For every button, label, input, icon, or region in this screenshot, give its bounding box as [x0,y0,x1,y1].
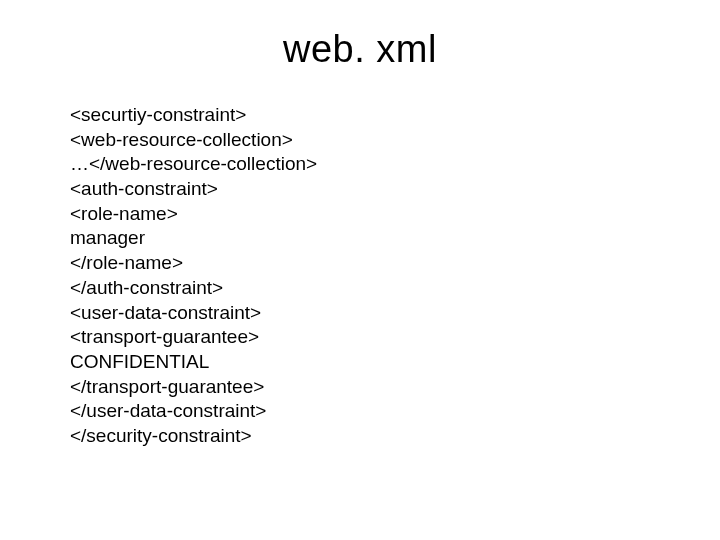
code-line: </transport-guarantee> [70,375,720,400]
code-line: </auth-constraint> [70,276,720,301]
slide-container: web. xml <securtiy-constraint> <web-reso… [0,0,720,540]
code-block: <securtiy-constraint> <web-resource-coll… [70,103,720,449]
code-line: CONFIDENTIAL [70,350,720,375]
code-line: manager [70,226,720,251]
code-line: <transport-guarantee> [70,325,720,350]
code-line: </user-data-constraint> [70,399,720,424]
code-line: <web-resource-collection> [70,128,720,153]
code-line: <securtiy-constraint> [70,103,720,128]
code-line: </role-name> [70,251,720,276]
slide-title: web. xml [0,28,720,71]
code-line: <role-name> [70,202,720,227]
code-line: </security-constraint> [70,424,720,449]
code-line: …</web-resource-collection> [70,152,720,177]
code-line: <user-data-constraint> [70,301,720,326]
code-line: <auth-constraint> [70,177,720,202]
